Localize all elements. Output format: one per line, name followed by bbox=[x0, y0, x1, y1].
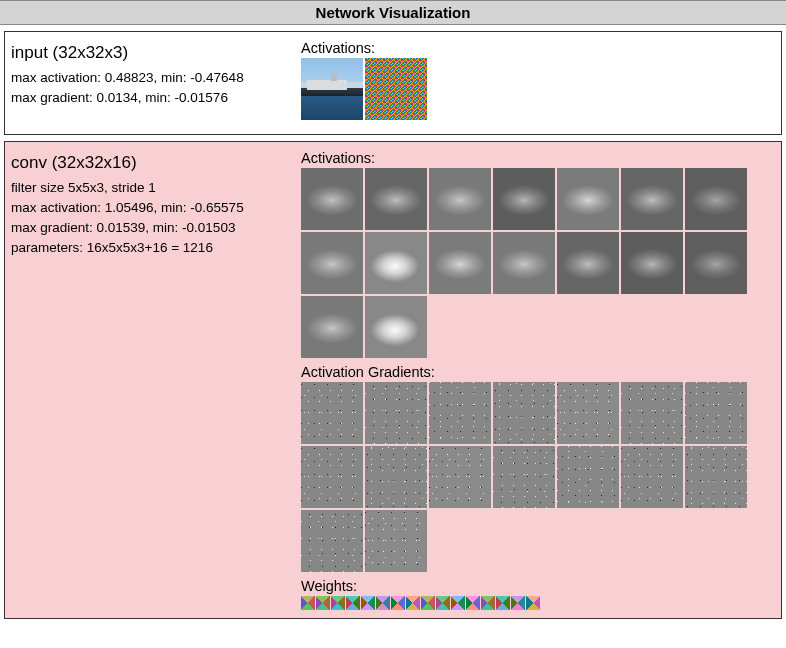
activation-thumbnail bbox=[301, 168, 363, 230]
weight-thumbnail bbox=[466, 596, 480, 610]
activation-thumbnail bbox=[557, 232, 619, 294]
weight-thumbnail bbox=[496, 596, 510, 610]
gradient-thumbnail bbox=[557, 446, 619, 508]
gradient-thumbnail bbox=[685, 382, 747, 444]
activation-thumbnail bbox=[365, 296, 427, 358]
weight-thumbnail bbox=[436, 596, 450, 610]
activations-grid bbox=[301, 168, 761, 358]
activation-thumbnail bbox=[301, 58, 363, 120]
layer-stat: max activation: 0.48823, min: -0.47648 bbox=[11, 68, 291, 88]
layer-stat: filter size 5x5x3, stride 1 bbox=[11, 178, 291, 198]
layer-stat: max gradient: 0.0134, min: -0.01576 bbox=[11, 88, 291, 108]
gradient-thumbnail bbox=[429, 382, 491, 444]
page-title: Network Visualization bbox=[316, 4, 471, 21]
weight-thumbnail bbox=[391, 596, 405, 610]
layer-info-conv: conv (32x32x16) filter size 5x5x3, strid… bbox=[11, 150, 291, 259]
weight-thumbnail bbox=[511, 596, 525, 610]
layer-stat: parameters: 16x5x5x3+16 = 1216 bbox=[11, 238, 291, 258]
weights-row bbox=[301, 596, 775, 610]
activation-thumbnail bbox=[685, 168, 747, 230]
activation-thumbnail bbox=[493, 232, 555, 294]
layer-panel-conv: conv (32x32x16) filter size 5x5x3, strid… bbox=[4, 141, 782, 619]
activation-thumbnail bbox=[685, 232, 747, 294]
weight-thumbnail bbox=[316, 596, 330, 610]
layer-stat: max gradient: 0.01539, min: -0.01503 bbox=[11, 218, 291, 238]
layer-info-input: input (32x32x3) max activation: 0.48823,… bbox=[11, 40, 291, 108]
gradient-thumbnail bbox=[301, 446, 363, 508]
activation-thumbnail bbox=[365, 58, 427, 120]
section-label-weights: Weights: bbox=[301, 578, 775, 594]
gradient-thumbnail bbox=[493, 446, 555, 508]
page-header: Network Visualization bbox=[0, 0, 786, 25]
section-label-activations: Activations: bbox=[301, 150, 775, 166]
gradient-thumbnail bbox=[365, 510, 427, 572]
activation-thumbnail bbox=[621, 232, 683, 294]
gradient-thumbnail bbox=[429, 446, 491, 508]
weight-thumbnail bbox=[301, 596, 315, 610]
layer-panel-input: input (32x32x3) max activation: 0.48823,… bbox=[4, 31, 782, 135]
weight-thumbnail bbox=[406, 596, 420, 610]
gradient-thumbnail bbox=[301, 510, 363, 572]
section-label-activations: Activations: bbox=[301, 40, 775, 56]
weight-thumbnail bbox=[451, 596, 465, 610]
layer-title: conv (32x32x16) bbox=[11, 150, 291, 176]
activation-thumbnail bbox=[301, 232, 363, 294]
layer-stat: max activation: 1.05496, min: -0.65575 bbox=[11, 198, 291, 218]
weight-thumbnail bbox=[331, 596, 345, 610]
weight-thumbnail bbox=[376, 596, 390, 610]
activation-thumbnail bbox=[621, 168, 683, 230]
gradient-thumbnail bbox=[493, 382, 555, 444]
section-label-gradients: Activation Gradients: bbox=[301, 364, 775, 380]
activation-thumbnail bbox=[365, 232, 427, 294]
gradient-thumbnail bbox=[557, 382, 619, 444]
activation-thumbnail bbox=[429, 232, 491, 294]
activation-thumbnail bbox=[429, 168, 491, 230]
gradient-thumbnail bbox=[365, 446, 427, 508]
weight-thumbnail bbox=[481, 596, 495, 610]
layer-content-input: Activations: bbox=[301, 40, 775, 126]
weight-thumbnail bbox=[346, 596, 360, 610]
weight-thumbnail bbox=[361, 596, 375, 610]
gradient-thumbnail bbox=[621, 446, 683, 508]
layer-content-conv: Activations: Activation Gradients: bbox=[301, 150, 775, 610]
weight-thumbnail bbox=[421, 596, 435, 610]
activation-thumbnail bbox=[557, 168, 619, 230]
gradient-thumbnail bbox=[621, 382, 683, 444]
gradient-thumbnail bbox=[685, 446, 747, 508]
activation-thumbnail bbox=[365, 168, 427, 230]
gradients-grid bbox=[301, 382, 761, 572]
gradient-thumbnail bbox=[301, 382, 363, 444]
activations-grid bbox=[301, 58, 775, 120]
weight-thumbnail bbox=[526, 596, 540, 610]
activation-thumbnail bbox=[301, 296, 363, 358]
activation-thumbnail bbox=[493, 168, 555, 230]
layer-title: input (32x32x3) bbox=[11, 40, 291, 66]
gradient-thumbnail bbox=[365, 382, 427, 444]
